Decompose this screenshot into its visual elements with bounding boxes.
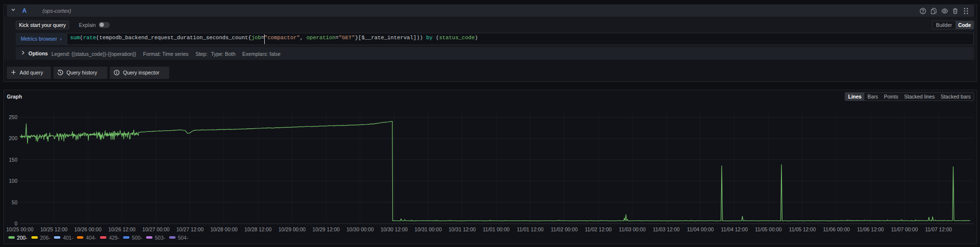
svg-text:10/25 12:00: 10/25 12:00 [40,226,68,232]
svg-text:10/29 12:00: 10/29 12:00 [312,226,340,232]
svg-text:10/31 12:00: 10/31 12:00 [449,226,476,232]
svg-text:10/27 00:00: 10/27 00:00 [142,226,170,232]
svg-text:10/26 12:00: 10/26 12:00 [108,226,136,232]
svg-text:150: 150 [9,157,18,163]
svg-text:10/27 12:00: 10/27 12:00 [176,226,204,232]
svg-text:250: 250 [9,114,18,120]
svg-text:10/28 00:00: 10/28 00:00 [210,226,238,232]
svg-text:11/01 12:00: 11/01 12:00 [517,226,544,232]
svg-text:11/03 00:00: 11/03 00:00 [619,226,646,232]
svg-text:11/01 00:00: 11/01 00:00 [483,226,510,232]
svg-text:11/05 12:00: 11/05 12:00 [789,226,816,232]
svg-text:0: 0 [15,221,18,226]
svg-text:11/04 00:00: 11/04 00:00 [687,226,714,232]
svg-text:10/31 00:00: 10/31 00:00 [415,226,442,232]
svg-text:200: 200 [9,135,18,141]
svg-text:50: 50 [12,199,18,205]
svg-text:11/04 12:00: 11/04 12:00 [721,226,748,232]
svg-text:11/03 12:00: 11/03 12:00 [653,226,680,232]
svg-text:10/30 12:00: 10/30 12:00 [380,226,408,232]
svg-text:10/28 12:00: 10/28 12:00 [245,226,272,232]
svg-text:11/05 00:00: 11/05 00:00 [755,226,782,232]
svg-text:11/07 00:00: 11/07 00:00 [891,226,918,232]
svg-text:10/26 00:00: 10/26 00:00 [75,226,102,232]
svg-text:11/06 12:00: 11/06 12:00 [857,226,884,232]
svg-text:100: 100 [9,178,18,184]
svg-text:10/30 00:00: 10/30 00:00 [347,226,374,232]
svg-text:11/07 12:00: 11/07 12:00 [925,226,952,232]
svg-text:10/29 00:00: 10/29 00:00 [278,226,306,232]
svg-text:10/25 00:00: 10/25 00:00 [6,226,34,232]
svg-text:11/02 00:00: 11/02 00:00 [551,226,578,232]
svg-text:11/06 00:00: 11/06 00:00 [823,226,850,232]
svg-text:11/02 12:00: 11/02 12:00 [585,226,612,232]
